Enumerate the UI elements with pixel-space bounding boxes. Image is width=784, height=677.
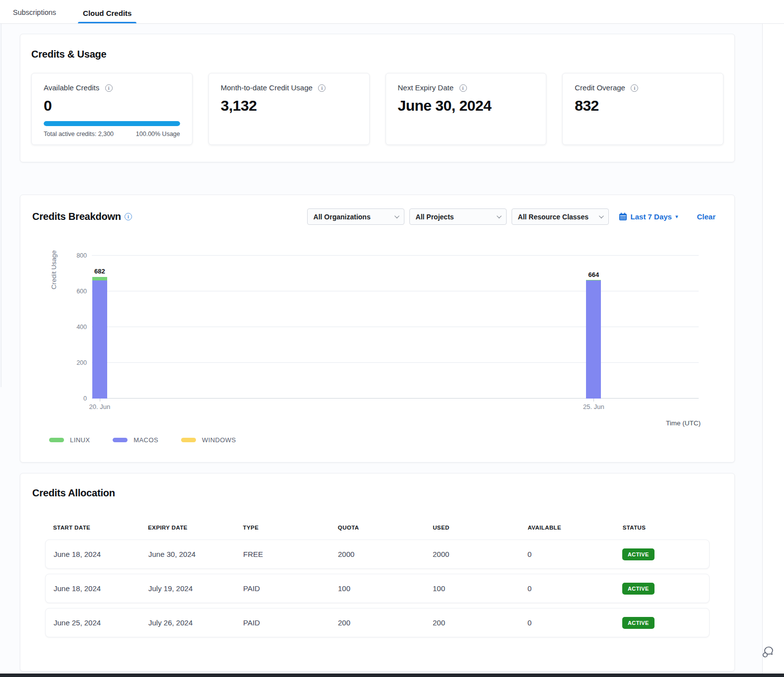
credit-overage-value: 832 bbox=[575, 97, 711, 114]
col-available: AVAILABLE bbox=[520, 525, 614, 531]
active-tab-indicator bbox=[78, 22, 136, 23]
info-icon[interactable]: i bbox=[459, 84, 467, 92]
date-range-picker[interactable]: Last 7 Days ▾ bbox=[619, 212, 678, 221]
table-header-row: START DATE EXPIRY DATE TYPE QUOTA USED A… bbox=[45, 525, 710, 540]
chevron-down-icon bbox=[497, 213, 502, 218]
bar-25-jun[interactable]: 664 bbox=[586, 280, 601, 399]
cell-expiry-date: July 26, 2024 bbox=[140, 618, 235, 627]
bar-segment-linux bbox=[92, 277, 107, 281]
chat-support-button[interactable] bbox=[760, 644, 776, 660]
total-active-credits-text: Total active credits: 2,300 bbox=[44, 131, 114, 137]
mtd-usage-value: 3,132 bbox=[221, 97, 357, 114]
credits-usage-title: Credits & Usage bbox=[31, 49, 723, 60]
legend-item-linux[interactable]: LINUX bbox=[49, 436, 90, 444]
projects-select-value: All Projects bbox=[416, 213, 454, 221]
bar-value-label: 664 bbox=[588, 271, 599, 278]
legend-label: WINDOWS bbox=[202, 436, 236, 444]
status-badge: ACTIVE bbox=[622, 548, 654, 560]
col-used: USED bbox=[425, 525, 520, 531]
info-icon[interactable]: i bbox=[125, 213, 132, 220]
chart-gridline: 0 bbox=[92, 398, 699, 399]
chat-bubbles-icon bbox=[763, 647, 773, 657]
credits-allocation-title: Credits Allocation bbox=[32, 487, 722, 499]
x-axis-tick bbox=[100, 399, 100, 402]
col-expiry-date: EXPIRY DATE bbox=[140, 525, 235, 531]
usage-percent-text: 100.00% Usage bbox=[136, 131, 180, 137]
chart-filters: All Organizations All Projects All Resou… bbox=[307, 208, 722, 225]
cell-start-date: June 18, 2024 bbox=[46, 584, 140, 593]
y-axis-tick-label: 400 bbox=[76, 324, 87, 331]
cell-type: PAID bbox=[235, 584, 330, 593]
available-credits-value: 0 bbox=[44, 97, 180, 114]
cell-quota: 100 bbox=[330, 584, 425, 593]
resource-classes-select[interactable]: All Resource Classes bbox=[512, 208, 609, 225]
x-axis-tick bbox=[593, 399, 594, 402]
bottom-taskbar-edge bbox=[0, 674, 784, 677]
y-axis-tick-label: 600 bbox=[76, 288, 87, 295]
cell-type: PAID bbox=[235, 618, 330, 627]
credits-progress-fill bbox=[44, 121, 180, 126]
credits-progress-bar bbox=[44, 121, 180, 126]
credit-overage-label: Credit Overage bbox=[575, 83, 625, 92]
col-quota: QUOTA bbox=[330, 525, 425, 531]
info-icon[interactable]: i bbox=[318, 84, 326, 92]
projects-select[interactable]: All Projects bbox=[409, 208, 507, 225]
cell-available: 0 bbox=[520, 584, 614, 593]
bar-segment-macos bbox=[586, 280, 601, 399]
next-expiry-value: June 30, 2024 bbox=[398, 97, 534, 114]
credits-allocation-table: START DATE EXPIRY DATE TYPE QUOTA USED A… bbox=[45, 525, 710, 637]
status-badge: ACTIVE bbox=[622, 617, 654, 629]
bar-segment-linux bbox=[586, 280, 601, 280]
tab-cloud-credits-label: Cloud Credits bbox=[83, 9, 131, 17]
legend-swatch bbox=[49, 438, 64, 442]
info-icon[interactable]: i bbox=[105, 84, 113, 92]
available-credits-label: Available Credits bbox=[44, 83, 99, 92]
cell-start-date: June 18, 2024 bbox=[46, 550, 140, 558]
tab-subscriptions[interactable]: Subscriptions bbox=[11, 8, 58, 23]
credits-breakdown-title: Credits Breakdown bbox=[32, 211, 121, 222]
caret-down-icon: ▾ bbox=[675, 213, 678, 220]
clear-filters-button[interactable]: Clear bbox=[697, 212, 716, 221]
cell-available: 0 bbox=[520, 618, 614, 627]
cell-start-date: June 25, 2024 bbox=[46, 618, 140, 627]
cell-available: 0 bbox=[520, 550, 614, 558]
credits-breakdown-section: Credits Breakdown i All Organizations Al… bbox=[20, 195, 735, 463]
legend-item-macos[interactable]: MACOS bbox=[113, 436, 158, 444]
credits-allocation-section: Credits Allocation START DATE EXPIRY DAT… bbox=[20, 473, 735, 672]
info-icon[interactable]: i bbox=[631, 84, 638, 92]
calendar-icon bbox=[619, 212, 627, 221]
cell-used: 2000 bbox=[425, 550, 520, 558]
cell-expiry-date: July 19, 2024 bbox=[140, 584, 235, 593]
page-background: Credits & Usage Available Credits i 0 To… bbox=[0, 24, 763, 674]
chart-gridline: 600 bbox=[92, 291, 699, 291]
legend-item-windows[interactable]: WINDOWS bbox=[181, 436, 236, 444]
organizations-select[interactable]: All Organizations bbox=[307, 208, 404, 225]
next-expiry-card: Next Expiry Date i June 30, 2024 bbox=[386, 73, 547, 145]
date-range-value: Last 7 Days bbox=[631, 212, 672, 221]
chart-y-axis-label: Credit Usage bbox=[50, 250, 58, 289]
cell-used: 100 bbox=[425, 584, 520, 593]
table-row: June 18, 2024 June 30, 2024 FREE 2000 20… bbox=[45, 540, 710, 569]
bar-20-jun[interactable]: 682 bbox=[92, 276, 107, 399]
chevron-down-icon bbox=[599, 213, 604, 218]
x-axis-tick-label: 20. Jun bbox=[89, 403, 111, 410]
legend-swatch bbox=[181, 438, 196, 442]
col-start-date: START DATE bbox=[45, 525, 140, 531]
col-type: TYPE bbox=[235, 525, 330, 531]
y-axis-tick-label: 200 bbox=[76, 359, 87, 366]
cell-expiry-date: June 30, 2024 bbox=[140, 550, 235, 558]
organizations-select-value: All Organizations bbox=[314, 213, 371, 221]
cell-quota: 2000 bbox=[330, 550, 425, 558]
next-expiry-label: Next Expiry Date bbox=[398, 83, 454, 92]
metric-cards-row: Available Credits i 0 Total active credi… bbox=[31, 73, 723, 145]
available-credits-card: Available Credits i 0 Total active credi… bbox=[31, 73, 193, 145]
status-badge: ACTIVE bbox=[622, 583, 654, 595]
legend-swatch bbox=[113, 438, 128, 442]
chart-plot-area: 020040060080068220. Jun66425. Jun bbox=[92, 256, 699, 399]
y-axis-tick-label: 0 bbox=[83, 395, 87, 402]
tab-cloud-credits[interactable]: Cloud Credits bbox=[81, 9, 133, 23]
bar-value-label: 682 bbox=[94, 268, 105, 275]
mtd-usage-label: Month-to-date Credit Usage bbox=[221, 83, 313, 92]
chart-x-axis-label: Time (UTC) bbox=[666, 419, 701, 427]
left-edge-divider bbox=[0, 24, 1, 387]
